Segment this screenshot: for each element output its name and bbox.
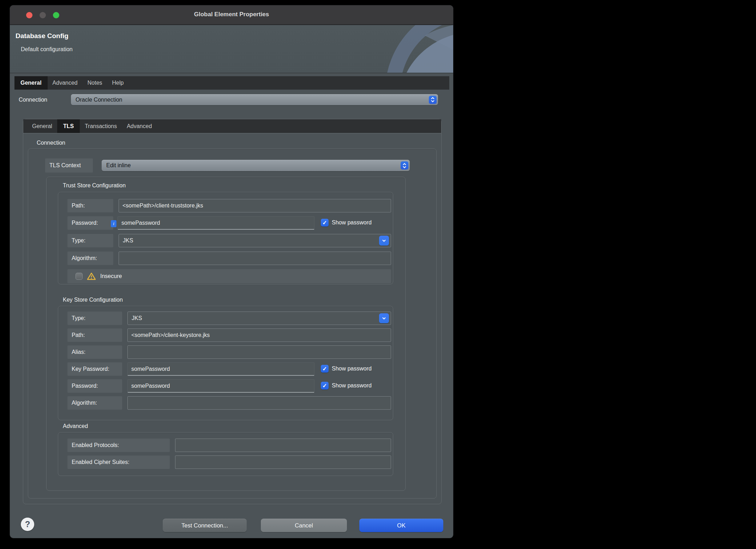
global-element-properties-dialog: Global Element Properties Database Confi… (10, 5, 454, 538)
key-password-label: Password: (67, 379, 122, 393)
advanced-title: Advanced (63, 423, 88, 429)
key-alias-input[interactable] (127, 345, 391, 359)
stepper-icon (429, 96, 437, 104)
show-password-label: Show password (332, 366, 372, 372)
test-connection-button[interactable]: Test Connection... (163, 519, 247, 532)
banner-arcs-decoration (365, 25, 453, 73)
key-type-select[interactable]: JKS (127, 312, 391, 325)
key-store-title: Key Store Configuration (63, 297, 123, 303)
check-icon: ✓ (322, 382, 327, 389)
show-password-label: Show password (332, 219, 372, 226)
chevron-down-icon[interactable] (379, 236, 389, 246)
connection-select[interactable]: Oracle Connection (71, 94, 438, 105)
tab-general[interactable]: General (14, 76, 48, 90)
key-keypassword-input[interactable] (127, 362, 314, 376)
trust-password-input[interactable] (118, 216, 314, 230)
trust-show-password-checkbox[interactable]: ✓ Show password (321, 219, 372, 227)
enabled-protocols-label: Enabled Protocols: (67, 439, 170, 452)
title-bar: Global Element Properties (10, 5, 453, 25)
show-password-label: Show password (332, 382, 372, 389)
key-keypassword-show-checkbox[interactable]: ✓ Show password (321, 365, 372, 373)
check-icon: ✓ (322, 366, 327, 372)
enabled-cipher-suites-label: Enabled Cipher Suites: (67, 456, 170, 469)
ok-button[interactable]: OK (359, 519, 443, 532)
tab-tls[interactable]: TLS (57, 119, 80, 133)
info-icon: i (111, 220, 116, 227)
tab-transactions[interactable]: Transactions (80, 119, 122, 133)
key-type-value: JKS (132, 315, 142, 321)
stepper-icon (401, 162, 408, 170)
tls-context-label: TLS Context (45, 158, 93, 173)
cancel-button[interactable]: Cancel (261, 519, 347, 532)
tab-advanced[interactable]: Advanced (48, 76, 83, 90)
trust-type-label: Type: (67, 234, 113, 247)
config-subtitle: Default configuration (21, 46, 73, 53)
tab-tls-general[interactable]: General (27, 119, 57, 133)
trust-path-input[interactable] (119, 199, 391, 212)
tab-notes[interactable]: Notes (83, 76, 107, 90)
key-algorithm-input[interactable] (127, 396, 391, 410)
outer-tab-bar: General Advanced Notes Help (14, 76, 449, 90)
tls-context-select[interactable]: Edit inline (102, 160, 410, 171)
connection-label: Connection (19, 97, 47, 103)
config-title: Database Config (16, 32, 68, 40)
trust-password-label: Password: (67, 216, 113, 230)
trust-type-value: JKS (123, 237, 133, 244)
insecure-row: Insecure (67, 269, 391, 283)
key-password-input[interactable] (127, 379, 314, 393)
inner-tab-bar: General TLS Transactions Advanced (23, 119, 441, 133)
connection-group-label: Connection (37, 140, 65, 146)
trust-type-select[interactable]: JKS (119, 234, 391, 247)
warning-icon (87, 272, 96, 280)
check-icon: ✓ (322, 219, 327, 226)
enabled-cipher-suites-input[interactable] (175, 456, 391, 469)
trust-store-title: Trust Store Configuration (63, 182, 126, 189)
help-button[interactable]: ? (21, 518, 34, 531)
trust-path-label: Path: (67, 199, 113, 212)
trust-algorithm-label: Algorithm: (67, 252, 113, 265)
key-password-show-checkbox[interactable]: ✓ Show password (321, 382, 372, 390)
tls-context-value: Edit inline (106, 162, 131, 169)
key-path-input[interactable] (127, 328, 391, 342)
insecure-label: Insecure (100, 273, 122, 279)
connection-select-value: Oracle Connection (76, 97, 122, 103)
chevron-down-icon[interactable] (379, 313, 389, 323)
insecure-checkbox[interactable] (76, 273, 83, 280)
key-path-label: Path: (67, 328, 122, 342)
key-algorithm-label: Algorithm: (67, 396, 122, 410)
question-mark-icon: ? (25, 519, 30, 529)
key-alias-label: Alias: (67, 345, 122, 359)
enabled-protocols-input[interactable] (175, 439, 391, 452)
trust-algorithm-input[interactable] (119, 252, 391, 265)
key-keypassword-label: Key Password: (67, 362, 122, 376)
separator (10, 73, 453, 73)
window-title: Global Element Properties (10, 11, 453, 18)
banner: Database Config Default configuration (10, 25, 453, 73)
tab-help[interactable]: Help (107, 76, 129, 90)
key-type-label: Type: (67, 312, 122, 325)
tab-tls-advanced[interactable]: Advanced (122, 119, 157, 133)
